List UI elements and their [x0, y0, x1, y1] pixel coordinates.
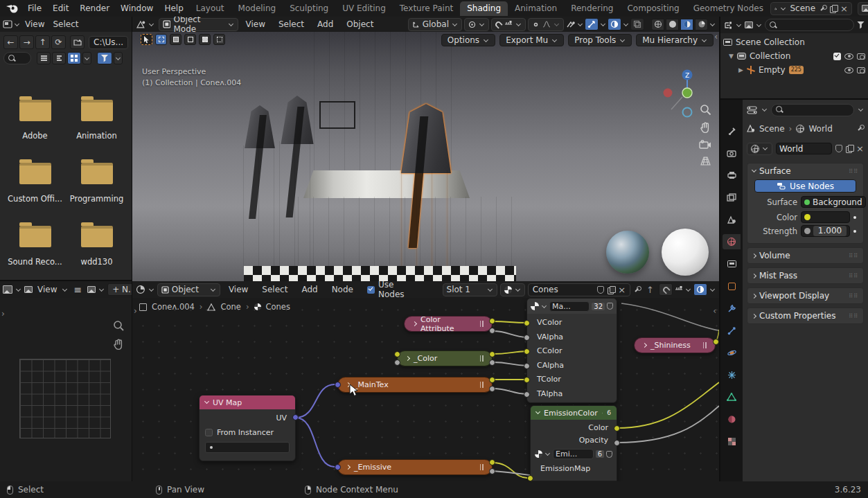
- drag-grip-icon[interactable]: ⠿⠿: [849, 168, 858, 175]
- filter-icon[interactable]: [857, 21, 865, 29]
- strength-slider[interactable]: 1.000: [801, 225, 850, 237]
- tab-particles[interactable]: [723, 367, 741, 382]
- uv-map-selector[interactable]: [205, 442, 290, 453]
- output-socket[interactable]: [489, 459, 495, 465]
- overlays-toggle[interactable]: [693, 283, 707, 296]
- outliner-row-collection[interactable]: ▼ Collection: [720, 49, 868, 63]
- uv-output-socket[interactable]: [292, 414, 299, 420]
- options-dropdown[interactable]: Options: [441, 34, 495, 46]
- node-expand-icon[interactable]: [204, 399, 209, 404]
- tab-compositing[interactable]: Compositing: [620, 1, 686, 16]
- node-maintex[interactable]: _MainTex: [337, 377, 493, 393]
- hamburger-menu-icon[interactable]: ≡: [71, 284, 85, 295]
- tab-output[interactable]: [723, 168, 741, 183]
- tab-shading[interactable]: Shading: [460, 1, 508, 16]
- menu-file[interactable]: File: [22, 3, 47, 13]
- show-gizmo-toggle[interactable]: [585, 18, 599, 30]
- node-uv-map[interactable]: UV Map UV From Instancer: [199, 395, 296, 461]
- disable-render-icon[interactable]: [857, 53, 865, 60]
- tab-texture-paint[interactable]: Texture Paint: [393, 1, 460, 16]
- unlink-icon[interactable]: ×: [856, 144, 864, 153]
- select-box-tool-button[interactable]: [155, 34, 167, 45]
- slot-selector[interactable]: Slot 1: [443, 283, 497, 296]
- fb-search-input[interactable]: [3, 52, 31, 64]
- vp-menu-select[interactable]: Select: [273, 19, 310, 29]
- hand-icon[interactable]: [113, 339, 124, 350]
- animate-dot[interactable]: [853, 230, 856, 233]
- breadcrumb-world[interactable]: World: [808, 124, 832, 134]
- camera-view-icon[interactable]: [699, 140, 711, 150]
- output-socket[interactable]: [489, 328, 495, 334]
- custom-properties-panel[interactable]: Custom Properties⠿⠿: [747, 308, 864, 324]
- output-socket[interactable]: [614, 440, 620, 446]
- world-browse-dropdown[interactable]: [747, 143, 772, 155]
- snap-grid-icon[interactable]: [675, 286, 683, 293]
- pin-icon[interactable]: [819, 5, 826, 12]
- go-to-parent-icon[interactable]: ↑: [644, 285, 657, 295]
- tab-world[interactable]: [723, 234, 741, 249]
- output-socket[interactable]: [614, 425, 620, 432]
- scene-selector[interactable]: Scene ×: [770, 2, 852, 15]
- node-color-attribute[interactable]: Color Attribute: [404, 316, 493, 332]
- folder-adobe[interactable]: Adobe: [4, 96, 66, 141]
- collection-checkbox[interactable]: [833, 53, 841, 60]
- copy-icon[interactable]: [830, 5, 837, 12]
- node-expand-icon[interactable]: [412, 321, 417, 326]
- fb-filter-settings-dropdown[interactable]: [114, 52, 123, 64]
- booster-selected[interactable]: [399, 104, 453, 267]
- node-emission-color[interactable]: EmissionColor 6 Color Opacity Emi... 6 E…: [530, 405, 617, 481]
- xray-toggle[interactable]: [630, 18, 644, 30]
- group-name-field[interactable]: Ma...: [549, 301, 590, 312]
- select-tool-3[interactable]: [184, 34, 196, 45]
- menu-render[interactable]: Render: [74, 3, 115, 13]
- panel-expand-arrow[interactable]: ›: [1, 309, 5, 319]
- emission-color-header[interactable]: EmissionColor 6: [531, 406, 617, 420]
- tab-tool[interactable]: [723, 123, 741, 139]
- drag-grip-icon[interactable]: ⠿⠿: [849, 273, 858, 279]
- fb-new-folder-button[interactable]: [70, 35, 85, 49]
- shading-rendered-button[interactable]: [695, 19, 708, 30]
- hide-viewport-icon[interactable]: [844, 67, 853, 73]
- zoom-icon[interactable]: [700, 104, 711, 116]
- copy-icon[interactable]: [846, 145, 853, 152]
- tab-collection[interactable]: [723, 256, 741, 272]
- shader-type-selector[interactable]: Object: [157, 283, 220, 296]
- viewport-canvas[interactable]: Options Export Mu Prop Tools Mu Hierarch…: [132, 32, 719, 281]
- display-mode-icon[interactable]: [745, 21, 753, 28]
- use-nodes-button[interactable]: Use Nodes: [754, 179, 856, 193]
- menu-help[interactable]: Help: [159, 3, 188, 13]
- fb-view-thumbnails-button[interactable]: [67, 52, 81, 64]
- menu-edit[interactable]: Edit: [47, 3, 74, 13]
- editor-type-icon[interactable]: [136, 285, 145, 294]
- material-browse-dropdown[interactable]: [500, 283, 525, 296]
- folder-custom-office[interactable]: Custom Offi...: [4, 159, 66, 204]
- input-socket[interactable]: [524, 377, 530, 383]
- pin-icon[interactable]: [856, 125, 864, 132]
- node-group-material[interactable]: Ma... 32 VColor VAlpha CColor CAlpha TCo…: [526, 298, 617, 403]
- vp-menu-object[interactable]: Object: [341, 19, 379, 29]
- ne-menu-add[interactable]: Add: [296, 285, 323, 294]
- input-socket[interactable]: [335, 382, 341, 388]
- tab-rendering[interactable]: Rendering: [564, 1, 620, 16]
- proportional-editing[interactable]: [528, 18, 564, 31]
- tab-constraints[interactable]: [723, 323, 741, 338]
- breadcrumb-scene[interactable]: Scene: [759, 124, 785, 134]
- output-socket[interactable]: [489, 386, 495, 392]
- fb-display-settings-dropdown[interactable]: [82, 52, 91, 64]
- fake-user-shield-icon[interactable]: [607, 303, 613, 310]
- tab-object-data[interactable]: [723, 389, 741, 404]
- fb-refresh-button[interactable]: ⟳: [51, 35, 66, 49]
- properties-search-input[interactable]: [771, 104, 854, 116]
- shading-material-button[interactable]: [680, 19, 693, 30]
- fb-path-field[interactable]: C:\Us...: [89, 36, 128, 49]
- tab-view-layer[interactable]: [723, 190, 741, 205]
- fb-forward-button[interactable]: →: [19, 35, 34, 49]
- ie-menu-view[interactable]: View: [35, 285, 59, 294]
- input-socket[interactable]: [524, 363, 530, 369]
- input-socket[interactable]: [524, 348, 530, 355]
- node-canvas[interactable]: Coneʌ.004 › Cone › Cones › ‹: [132, 298, 719, 481]
- tab-material[interactable]: [723, 411, 741, 427]
- tab-scene[interactable]: [723, 212, 741, 227]
- blender-logo-icon[interactable]: [6, 3, 19, 14]
- input-socket[interactable]: [394, 351, 400, 357]
